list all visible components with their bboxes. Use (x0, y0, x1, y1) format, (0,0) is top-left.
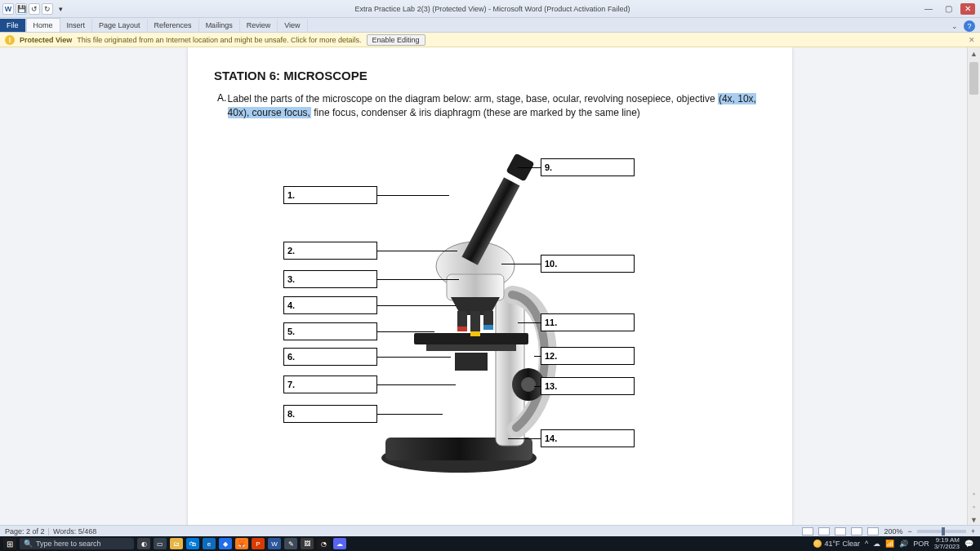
status-bar: Page: 2 of 2 | Words: 5/468 200% − + (0, 525, 980, 536)
label-box-5[interactable]: 5. (283, 322, 377, 340)
tab-review[interactable]: Review (240, 19, 278, 32)
steam-icon[interactable]: ◔ (317, 538, 330, 549)
leader-4 (377, 305, 456, 307)
page-up-icon[interactable]: ◦ (968, 487, 980, 500)
onedrive-icon[interactable]: ☁ (873, 540, 880, 548)
title-bar: W 💾 ↺ ↻ ▾ Extra Practice Lab 2(3) (Prote… (0, 0, 980, 18)
label-box-14[interactable]: 14. (541, 429, 635, 447)
help-icon[interactable]: ? (964, 20, 975, 32)
document-viewport: STATION 6: MICROSCOPE A. Label the parts… (0, 47, 980, 527)
label-box-1[interactable]: 1. (283, 186, 377, 204)
label-box-11[interactable]: 11. (541, 313, 635, 331)
search-icon: 🔍 (24, 540, 33, 548)
view-web-layout-icon[interactable] (835, 527, 846, 535)
ribbon-help-area: ⌄ ? (949, 20, 980, 32)
tab-file[interactable]: File (0, 19, 26, 32)
view-draft-icon[interactable] (867, 527, 879, 535)
scroll-up-icon[interactable]: ▲ (968, 47, 980, 60)
label-box-2[interactable]: 2. (283, 242, 377, 260)
leader-12 (534, 356, 541, 358)
tab-insert[interactable]: Insert (60, 19, 93, 32)
page-down-icon[interactable]: ◦ (968, 500, 980, 513)
label-box-4[interactable]: 4. (283, 296, 377, 314)
status-words[interactable]: Words: 5/468 (53, 527, 96, 535)
maximize-button[interactable]: ▢ (941, 3, 956, 15)
svg-rect-4 (426, 344, 516, 351)
view-outline-icon[interactable] (851, 527, 862, 535)
notifications-icon[interactable]: 💬 (964, 540, 973, 548)
tab-home[interactable]: Home (26, 18, 60, 32)
tab-page-layout[interactable]: Page Layout (92, 19, 148, 32)
taskbar: ⊞ 🔍 Type here to search ◐ ▭ 🗂 🛍 e ◆ 🦊 P … (0, 536, 980, 551)
zoom-in-button[interactable]: + (971, 527, 975, 535)
label-box-8[interactable]: 8. (283, 405, 377, 423)
leader-3 (377, 279, 459, 281)
redo-icon[interactable]: ↻ (42, 3, 53, 15)
task-view-icon[interactable]: ▭ (154, 538, 167, 549)
leader-10 (501, 264, 541, 265)
leader-7 (377, 384, 456, 386)
search-placeholder: Type here to search (36, 540, 101, 548)
svg-rect-9 (447, 274, 504, 300)
label-box-7[interactable]: 7. (283, 375, 377, 393)
start-button[interactable]: ⊞ (3, 538, 16, 549)
label-box-9[interactable]: 9. (541, 158, 635, 176)
leader-9 (518, 167, 541, 169)
taskbar-search[interactable]: 🔍 Type here to search (20, 538, 134, 549)
label-box-3[interactable]: 3. (283, 270, 377, 288)
leader-14 (508, 438, 541, 440)
view-print-layout-icon[interactable] (802, 527, 813, 535)
explorer-icon[interactable]: 🗂 (170, 538, 183, 549)
label-box-10[interactable]: 10. (541, 255, 635, 273)
language-indicator[interactable]: POR (913, 540, 929, 548)
ribbon-tabs: File Home Insert Page Layout References … (0, 18, 980, 33)
word-icon[interactable]: W (268, 538, 281, 549)
tray-caret-icon[interactable]: ^ (865, 540, 868, 548)
station-heading: STATION 6: MICROSCOPE (214, 69, 766, 82)
network-icon[interactable]: 📶 (885, 540, 894, 548)
leader-11 (518, 322, 541, 324)
cortana-icon[interactable]: ◐ (137, 538, 150, 549)
view-full-screen-icon[interactable] (818, 527, 830, 535)
tab-mailings[interactable]: Mailings (199, 19, 240, 32)
store-icon[interactable]: 🛍 (186, 538, 199, 549)
label-box-6[interactable]: 6. (283, 348, 377, 366)
app-icon-2[interactable]: 🖼 (301, 538, 314, 549)
app-icon-1[interactable]: ✎ (284, 538, 297, 549)
close-button[interactable]: ✕ (960, 3, 975, 15)
generic-app-icon[interactable]: ◆ (219, 538, 232, 549)
weather-widget[interactable]: 41°F Clear (813, 540, 860, 548)
tab-references[interactable]: References (148, 19, 199, 32)
clock-date: 3/7/2023 (934, 544, 960, 550)
zoom-out-button[interactable]: − (907, 527, 911, 535)
leader-1 (377, 195, 449, 197)
protected-view-bar: ! Protected View This file originated fr… (0, 33, 980, 47)
leader-8 (377, 414, 443, 415)
minimize-button[interactable]: — (921, 3, 936, 15)
label-box-13[interactable]: 13. (541, 377, 635, 395)
zoom-slider[interactable] (917, 530, 966, 533)
status-page[interactable]: Page: 2 of 2 (5, 527, 45, 535)
clock[interactable]: 9:19 AM 3/7/2023 (934, 537, 960, 550)
firefox-icon[interactable]: 🦊 (235, 538, 248, 549)
weather-icon (813, 540, 822, 548)
system-tray: 41°F Clear ^ ☁ 📶 🔊 POR 9:19 AM 3/7/2023 … (813, 537, 977, 550)
leader-13 (534, 386, 541, 388)
edge-icon[interactable]: e (203, 538, 216, 549)
save-icon[interactable]: 💾 (16, 3, 27, 15)
volume-icon[interactable]: 🔊 (899, 540, 908, 548)
undo-icon[interactable]: ↺ (29, 3, 40, 15)
scroll-thumb[interactable] (969, 62, 978, 95)
window-controls: — ▢ ✕ (916, 3, 980, 15)
label-box-12[interactable]: 12. (541, 347, 635, 365)
qat-more-icon[interactable]: ▾ (55, 3, 66, 15)
instruction-text-2: fine focus, condenser & iris diaphragm (… (314, 107, 640, 118)
protected-close-icon[interactable]: ✕ (969, 36, 975, 44)
discord-icon[interactable]: ☁ (333, 538, 346, 549)
minimize-ribbon-icon[interactable]: ⌄ (949, 20, 960, 32)
vertical-scrollbar[interactable]: ▲ ◦ ◦ ▼ (967, 47, 980, 527)
enable-editing-button[interactable]: Enable Editing (367, 34, 425, 46)
tab-view[interactable]: View (278, 19, 307, 32)
zoom-level[interactable]: 200% (884, 527, 902, 535)
powerpoint-icon[interactable]: P (252, 538, 265, 549)
